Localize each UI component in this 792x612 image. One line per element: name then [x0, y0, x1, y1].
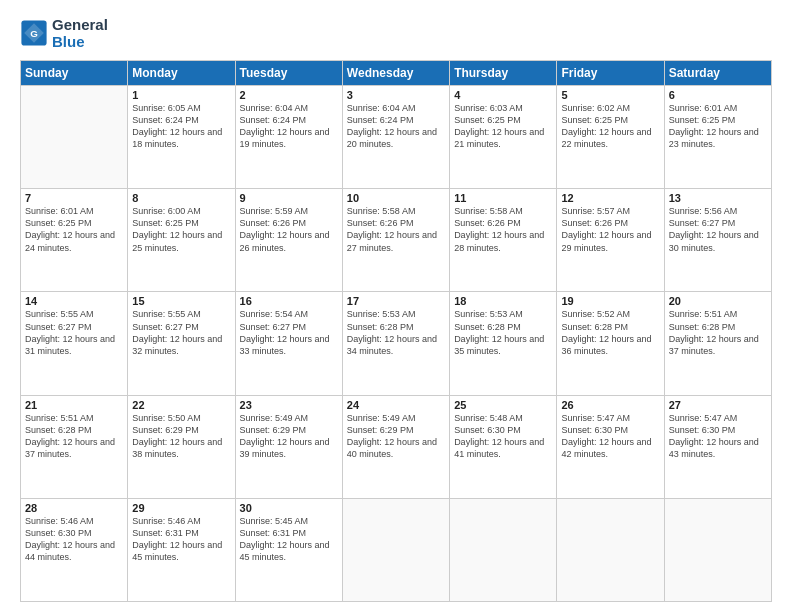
day-info: Sunrise: 5:49 AMSunset: 6:29 PMDaylight:… [240, 412, 338, 461]
day-number: 4 [454, 89, 552, 101]
calendar-cell: 9Sunrise: 5:59 AMSunset: 6:26 PMDaylight… [235, 189, 342, 292]
calendar-cell: 25Sunrise: 5:48 AMSunset: 6:30 PMDayligh… [450, 395, 557, 498]
calendar-table: SundayMondayTuesdayWednesdayThursdayFrid… [20, 60, 772, 602]
calendar-cell: 10Sunrise: 5:58 AMSunset: 6:26 PMDayligh… [342, 189, 449, 292]
day-info: Sunrise: 6:01 AMSunset: 6:25 PMDaylight:… [25, 205, 123, 254]
day-info: Sunrise: 6:00 AMSunset: 6:25 PMDaylight:… [132, 205, 230, 254]
day-number: 11 [454, 192, 552, 204]
calendar-cell: 17Sunrise: 5:53 AMSunset: 6:28 PMDayligh… [342, 292, 449, 395]
day-number: 27 [669, 399, 767, 411]
day-number: 8 [132, 192, 230, 204]
day-info: Sunrise: 5:48 AMSunset: 6:30 PMDaylight:… [454, 412, 552, 461]
day-number: 7 [25, 192, 123, 204]
calendar-cell: 26Sunrise: 5:47 AMSunset: 6:30 PMDayligh… [557, 395, 664, 498]
day-number: 30 [240, 502, 338, 514]
calendar-cell: 22Sunrise: 5:50 AMSunset: 6:29 PMDayligh… [128, 395, 235, 498]
day-info: Sunrise: 5:46 AMSunset: 6:30 PMDaylight:… [25, 515, 123, 564]
day-number: 21 [25, 399, 123, 411]
day-info: Sunrise: 5:49 AMSunset: 6:29 PMDaylight:… [347, 412, 445, 461]
calendar-cell: 13Sunrise: 5:56 AMSunset: 6:27 PMDayligh… [664, 189, 771, 292]
day-number: 17 [347, 295, 445, 307]
day-number: 14 [25, 295, 123, 307]
day-info: Sunrise: 5:59 AMSunset: 6:26 PMDaylight:… [240, 205, 338, 254]
calendar-cell: 27Sunrise: 5:47 AMSunset: 6:30 PMDayligh… [664, 395, 771, 498]
calendar-cell: 29Sunrise: 5:46 AMSunset: 6:31 PMDayligh… [128, 498, 235, 601]
day-number: 26 [561, 399, 659, 411]
calendar-week-row: 21Sunrise: 5:51 AMSunset: 6:28 PMDayligh… [21, 395, 772, 498]
day-info: Sunrise: 5:55 AMSunset: 6:27 PMDaylight:… [25, 308, 123, 357]
day-number: 20 [669, 295, 767, 307]
day-number: 18 [454, 295, 552, 307]
weekday-header-monday: Monday [128, 61, 235, 86]
calendar-cell: 30Sunrise: 5:45 AMSunset: 6:31 PMDayligh… [235, 498, 342, 601]
day-number: 29 [132, 502, 230, 514]
day-number: 24 [347, 399, 445, 411]
weekday-header-thursday: Thursday [450, 61, 557, 86]
day-info: Sunrise: 5:50 AMSunset: 6:29 PMDaylight:… [132, 412, 230, 461]
calendar-cell: 18Sunrise: 5:53 AMSunset: 6:28 PMDayligh… [450, 292, 557, 395]
calendar-cell: 4Sunrise: 6:03 AMSunset: 6:25 PMDaylight… [450, 86, 557, 189]
day-info: Sunrise: 5:52 AMSunset: 6:28 PMDaylight:… [561, 308, 659, 357]
svg-text:G: G [30, 28, 38, 39]
calendar-week-row: 28Sunrise: 5:46 AMSunset: 6:30 PMDayligh… [21, 498, 772, 601]
calendar-cell: 15Sunrise: 5:55 AMSunset: 6:27 PMDayligh… [128, 292, 235, 395]
calendar-page: G General Blue SundayMondayTuesdayWednes… [0, 0, 792, 612]
calendar-cell: 5Sunrise: 6:02 AMSunset: 6:25 PMDaylight… [557, 86, 664, 189]
day-number: 23 [240, 399, 338, 411]
day-info: Sunrise: 5:47 AMSunset: 6:30 PMDaylight:… [669, 412, 767, 461]
calendar-cell [342, 498, 449, 601]
day-info: Sunrise: 5:51 AMSunset: 6:28 PMDaylight:… [25, 412, 123, 461]
day-info: Sunrise: 6:01 AMSunset: 6:25 PMDaylight:… [669, 102, 767, 151]
day-number: 22 [132, 399, 230, 411]
day-info: Sunrise: 5:58 AMSunset: 6:26 PMDaylight:… [347, 205, 445, 254]
weekday-header-saturday: Saturday [664, 61, 771, 86]
day-info: Sunrise: 6:02 AMSunset: 6:25 PMDaylight:… [561, 102, 659, 151]
day-info: Sunrise: 6:04 AMSunset: 6:24 PMDaylight:… [347, 102, 445, 151]
day-number: 3 [347, 89, 445, 101]
day-info: Sunrise: 6:03 AMSunset: 6:25 PMDaylight:… [454, 102, 552, 151]
day-info: Sunrise: 5:53 AMSunset: 6:28 PMDaylight:… [454, 308, 552, 357]
calendar-week-row: 7Sunrise: 6:01 AMSunset: 6:25 PMDaylight… [21, 189, 772, 292]
day-info: Sunrise: 6:04 AMSunset: 6:24 PMDaylight:… [240, 102, 338, 151]
day-number: 5 [561, 89, 659, 101]
calendar-cell: 20Sunrise: 5:51 AMSunset: 6:28 PMDayligh… [664, 292, 771, 395]
calendar-week-row: 14Sunrise: 5:55 AMSunset: 6:27 PMDayligh… [21, 292, 772, 395]
calendar-cell [450, 498, 557, 601]
page-header: G General Blue [20, 16, 772, 50]
logo: G General Blue [20, 16, 108, 50]
calendar-week-row: 1Sunrise: 6:05 AMSunset: 6:24 PMDaylight… [21, 86, 772, 189]
day-number: 19 [561, 295, 659, 307]
day-info: Sunrise: 5:53 AMSunset: 6:28 PMDaylight:… [347, 308, 445, 357]
calendar-cell: 21Sunrise: 5:51 AMSunset: 6:28 PMDayligh… [21, 395, 128, 498]
calendar-cell: 12Sunrise: 5:57 AMSunset: 6:26 PMDayligh… [557, 189, 664, 292]
calendar-cell [21, 86, 128, 189]
logo-icon: G [20, 19, 48, 47]
calendar-cell: 6Sunrise: 6:01 AMSunset: 6:25 PMDaylight… [664, 86, 771, 189]
day-info: Sunrise: 5:47 AMSunset: 6:30 PMDaylight:… [561, 412, 659, 461]
day-number: 16 [240, 295, 338, 307]
day-number: 13 [669, 192, 767, 204]
calendar-cell [557, 498, 664, 601]
day-info: Sunrise: 5:54 AMSunset: 6:27 PMDaylight:… [240, 308, 338, 357]
day-number: 1 [132, 89, 230, 101]
day-number: 12 [561, 192, 659, 204]
day-number: 6 [669, 89, 767, 101]
day-info: Sunrise: 5:55 AMSunset: 6:27 PMDaylight:… [132, 308, 230, 357]
calendar-cell: 8Sunrise: 6:00 AMSunset: 6:25 PMDaylight… [128, 189, 235, 292]
logo-text: General Blue [52, 16, 108, 50]
calendar-cell: 7Sunrise: 6:01 AMSunset: 6:25 PMDaylight… [21, 189, 128, 292]
weekday-header-wednesday: Wednesday [342, 61, 449, 86]
day-number: 25 [454, 399, 552, 411]
calendar-cell: 11Sunrise: 5:58 AMSunset: 6:26 PMDayligh… [450, 189, 557, 292]
calendar-cell: 3Sunrise: 6:04 AMSunset: 6:24 PMDaylight… [342, 86, 449, 189]
calendar-cell [664, 498, 771, 601]
day-info: Sunrise: 5:57 AMSunset: 6:26 PMDaylight:… [561, 205, 659, 254]
calendar-cell: 24Sunrise: 5:49 AMSunset: 6:29 PMDayligh… [342, 395, 449, 498]
calendar-cell: 1Sunrise: 6:05 AMSunset: 6:24 PMDaylight… [128, 86, 235, 189]
weekday-header-friday: Friday [557, 61, 664, 86]
calendar-cell: 28Sunrise: 5:46 AMSunset: 6:30 PMDayligh… [21, 498, 128, 601]
weekday-header-sunday: Sunday [21, 61, 128, 86]
day-info: Sunrise: 5:45 AMSunset: 6:31 PMDaylight:… [240, 515, 338, 564]
calendar-cell: 16Sunrise: 5:54 AMSunset: 6:27 PMDayligh… [235, 292, 342, 395]
day-number: 2 [240, 89, 338, 101]
